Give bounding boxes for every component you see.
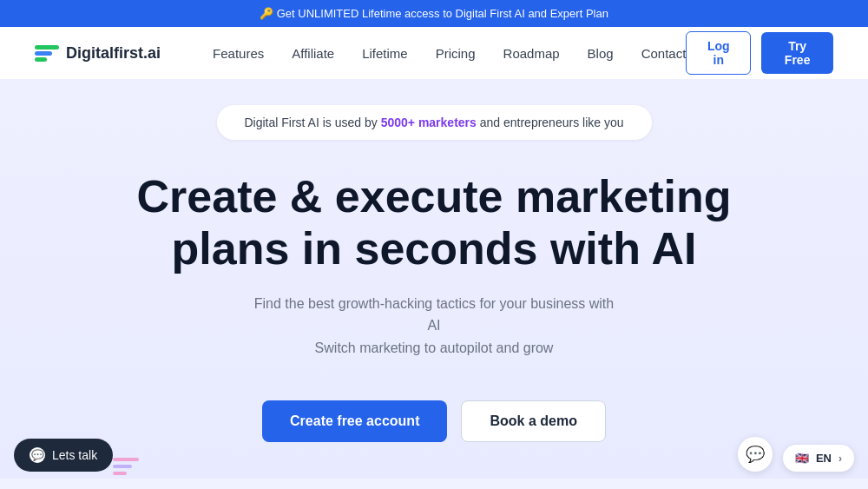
hero-section: Digital First AI is used by 5000+ market…: [0, 79, 868, 479]
support-icon: 💬: [746, 445, 765, 464]
nav-lifetime[interactable]: Lifetime: [362, 46, 408, 61]
login-button[interactable]: Log in: [686, 31, 751, 75]
nav-links: Features Affiliate Lifetime Pricing Road…: [213, 46, 686, 61]
chat-bubble-icon: 💬: [31, 449, 44, 461]
hero-title-line1: Create & execute marketing: [137, 171, 732, 221]
hero-title-line2: plans in seconds with AI: [172, 223, 697, 274]
logo-text: Digitalfirst.ai: [66, 44, 161, 63]
nav-actions: Log in Try Free: [686, 31, 833, 75]
deco-bar-3: [113, 472, 127, 475]
deco-bar-1: [113, 458, 139, 461]
flag-icon: 🇬🇧: [795, 452, 809, 465]
floating-decoration: [113, 458, 139, 475]
nav-pricing[interactable]: Pricing: [436, 46, 476, 61]
stats-bar: Digital First AI is used by 5000+ market…: [217, 105, 652, 140]
lets-talk-label: Lets talk: [52, 448, 97, 462]
cta-group: Create free account Book a demo: [17, 400, 851, 442]
nav-contact[interactable]: Contact: [641, 46, 687, 61]
top-banner[interactable]: 🔑 Get UNLIMITED Lifetime access to Digit…: [0, 0, 868, 27]
hero-subtitle-line2: Switch marketing to autopilot and grow: [315, 340, 554, 355]
book-demo-button[interactable]: Book a demo: [461, 400, 605, 442]
deco-bar-2: [113, 465, 132, 468]
logo-bar-3: [35, 57, 47, 62]
nav-features[interactable]: Features: [213, 46, 264, 61]
language-label: EN: [816, 452, 832, 465]
logo-icon: [35, 45, 59, 62]
logo-bar-1: [35, 45, 59, 50]
banner-icon: 🔑: [260, 7, 273, 20]
chevron-right-icon: ›: [838, 453, 842, 465]
logo[interactable]: Digitalfirst.ai: [35, 44, 161, 63]
hero-subtitle: Find the best growth-hacking tactics for…: [252, 293, 616, 360]
lets-talk-widget[interactable]: 💬 Lets talk: [14, 439, 113, 472]
logo-bar-2: [35, 51, 52, 56]
banner-text: Get UNLIMITED Lifetime access to Digital…: [277, 7, 608, 20]
create-account-button[interactable]: Create free account: [262, 400, 447, 442]
language-selector[interactable]: 🇬🇧 EN ›: [783, 445, 854, 472]
stats-highlight: 5000+ marketers: [381, 116, 477, 129]
try-free-button[interactable]: Try Free: [761, 32, 833, 74]
hero-subtitle-line1: Find the best growth-hacking tactics for…: [254, 296, 614, 334]
stats-prefix: Digital First AI is used by: [245, 116, 381, 129]
nav-affiliate[interactable]: Affiliate: [292, 46, 334, 61]
chat-icon: 💬: [30, 447, 45, 463]
nav-blog[interactable]: Blog: [588, 46, 614, 61]
chat-support-button[interactable]: 💬: [738, 437, 773, 472]
stats-suffix: and entrepreneurs like you: [477, 116, 624, 129]
hero-title: Create & execute marketing plans in seco…: [130, 171, 738, 275]
navbar: Digitalfirst.ai Features Affiliate Lifet…: [0, 27, 868, 79]
nav-roadmap[interactable]: Roadmap: [503, 46, 560, 61]
